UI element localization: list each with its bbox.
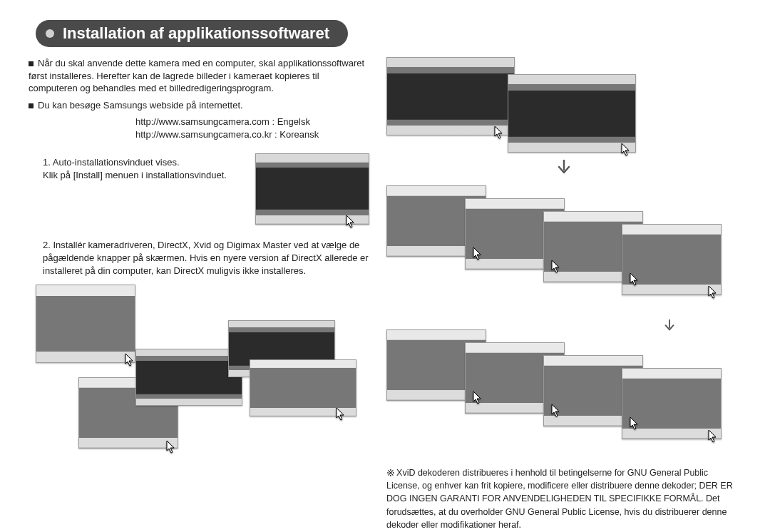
step-1: 1. Auto-installationsvinduet vises. Klik… [43,156,248,182]
screenshot-installshield-complete [36,285,135,363]
intro2-text: Du kan besøge Samsungs webside på intern… [38,100,243,111]
manual-page: Installation af applikationssoftwaret Nå… [0,0,770,532]
square-bullet-icon [29,61,34,66]
intro1-text: Når du skal anvende dette kamera med en … [29,58,364,93]
screenshot-cascade-bottom [386,329,741,444]
title-dot-icon [46,29,54,38]
xvid-license-note: ※XviD dekoderen distribueres i henhold t… [386,465,741,532]
screenshot-restart-computer [250,359,356,416]
xvid-note-text: XviD dekoderen distribueres i henhold ti… [386,468,733,532]
screenshot-directx-installing [135,349,242,406]
down-arrow-icon [386,160,741,178]
screenshot-cluster-left [29,285,369,456]
screenshot-installer-main [255,153,369,225]
title-text: Installation af applikationssoftwaret [63,24,329,43]
two-column-layout: Når du skal anvende dette kamera med en … [29,57,741,532]
website-links: http://www.samsungcamera.com : Engelsk h… [135,116,369,141]
square-bullet-icon [29,103,34,108]
screenshot-xvid-components [622,224,722,295]
down-arrow-icon [664,319,674,335]
screenshot-cascade-mid [386,185,741,307]
link-english: http://www.samsungcamera.com : Engelsk [135,116,369,128]
step-2: 2. Installér kameradriveren, DirectX, Xv… [43,239,369,278]
screenshot-digimax-installer-b [508,74,636,153]
intro-paragraph-1: Når du skal anvende dette kamera med en … [29,57,369,95]
screenshot-pair-top [386,57,741,150]
link-korean: http://www.samsungcamera.co.kr : Koreans… [135,128,369,141]
right-column: ※XviD dekoderen distribueres i henhold t… [386,57,741,532]
screenshot-digimax-installer-a [386,57,515,135]
intro-paragraph-2: Du kan besøge Samsungs webside på intern… [29,99,369,112]
screenshot-xvid-complete [622,368,722,439]
left-column: Når du skal anvende dette kamera med en … [29,57,369,532]
page-title: Installation af applikationssoftwaret [36,20,348,47]
asterisk-icon: ※ [386,467,395,479]
